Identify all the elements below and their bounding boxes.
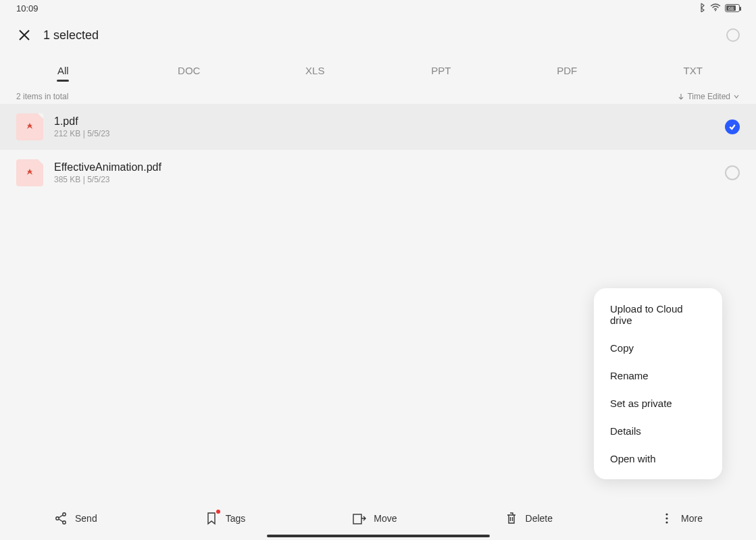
file-type-tabs: All DOC XLS PPT PDF TXT (0, 54, 756, 86)
tags-label: Tags (226, 513, 246, 524)
bluetooth-icon (699, 3, 706, 14)
svg-point-2 (63, 513, 66, 516)
item-count: 2 items in total (16, 92, 68, 101)
bookmark-icon (204, 511, 219, 526)
sort-button[interactable]: Time Edited (678, 92, 740, 101)
list-summary: 2 items in total Time Edited (0, 86, 756, 104)
select-all-toggle[interactable] (726, 28, 740, 42)
delete-button[interactable]: Delete (504, 511, 553, 526)
tab-pdf[interactable]: PDF (504, 57, 630, 84)
move-label: Move (374, 513, 397, 524)
chevron-down-icon (733, 93, 740, 100)
file-info: 1.pdf 212 KB | 5/5/23 (54, 115, 714, 138)
file-meta: 212 KB | 5/5/23 (54, 129, 714, 138)
selection-header: 1 selected (0, 16, 756, 54)
send-label: Send (75, 513, 97, 524)
file-info: EffectiveAnimation.pdf 385 KB | 5/5/23 (54, 161, 714, 184)
tab-xls[interactable]: XLS (252, 57, 378, 84)
sort-arrow-icon (678, 93, 684, 100)
tags-badge-dot (216, 510, 220, 514)
wifi-icon (710, 3, 721, 14)
status-icons: 68 (699, 3, 740, 14)
menu-details[interactable]: Details (594, 417, 722, 445)
more-vertical-icon (659, 511, 674, 526)
pdf-file-icon (16, 159, 43, 186)
svg-point-7 (665, 521, 667, 523)
menu-upload-cloud[interactable]: Upload to Cloud drive (594, 295, 722, 334)
share-icon (53, 511, 68, 526)
svg-rect-4 (353, 514, 361, 524)
file-meta: 385 KB | 5/5/23 (54, 175, 714, 184)
file-checkbox[interactable] (725, 119, 740, 134)
menu-rename[interactable]: Rename (594, 362, 722, 389)
more-button[interactable]: More (659, 511, 703, 526)
sort-label: Time Edited (687, 92, 730, 101)
tab-txt[interactable]: TXT (630, 57, 757, 84)
status-time: 10:09 (16, 3, 39, 14)
home-indicator[interactable] (267, 535, 490, 537)
bottom-action-bar: Send Tags Move Delete More (0, 497, 756, 540)
svg-point-1 (56, 517, 59, 520)
more-label: More (681, 513, 703, 524)
svg-point-3 (63, 521, 66, 524)
tab-doc[interactable]: DOC (126, 57, 253, 84)
more-context-menu: Upload to Cloud drive Copy Rename Set as… (594, 288, 722, 479)
menu-copy[interactable]: Copy (594, 334, 722, 362)
selection-count: 1 selected (43, 28, 99, 43)
send-button[interactable]: Send (53, 511, 97, 526)
file-name: 1.pdf (54, 115, 714, 128)
svg-point-0 (715, 9, 716, 11)
battery-level: 68 (726, 5, 736, 11)
menu-open-with[interactable]: Open with (594, 445, 722, 473)
tab-all[interactable]: All (0, 57, 126, 84)
battery-icon: 68 (725, 4, 740, 12)
menu-set-private[interactable]: Set as private (594, 389, 722, 417)
status-bar: 10:09 68 (0, 0, 756, 16)
delete-label: Delete (526, 513, 553, 524)
tags-button[interactable]: Tags (204, 511, 246, 526)
move-button[interactable]: Move (352, 511, 397, 526)
file-name: EffectiveAnimation.pdf (54, 161, 714, 173)
close-selection-button[interactable] (16, 27, 32, 43)
file-row[interactable]: 1.pdf 212 KB | 5/5/23 (0, 104, 756, 150)
svg-point-5 (665, 513, 667, 515)
file-row[interactable]: EffectiveAnimation.pdf 385 KB | 5/5/23 (0, 150, 756, 196)
svg-point-6 (665, 517, 667, 519)
move-icon (352, 511, 367, 526)
trash-icon (504, 511, 519, 526)
tab-ppt[interactable]: PPT (378, 57, 505, 84)
file-checkbox[interactable] (725, 165, 740, 180)
pdf-file-icon (16, 113, 43, 140)
